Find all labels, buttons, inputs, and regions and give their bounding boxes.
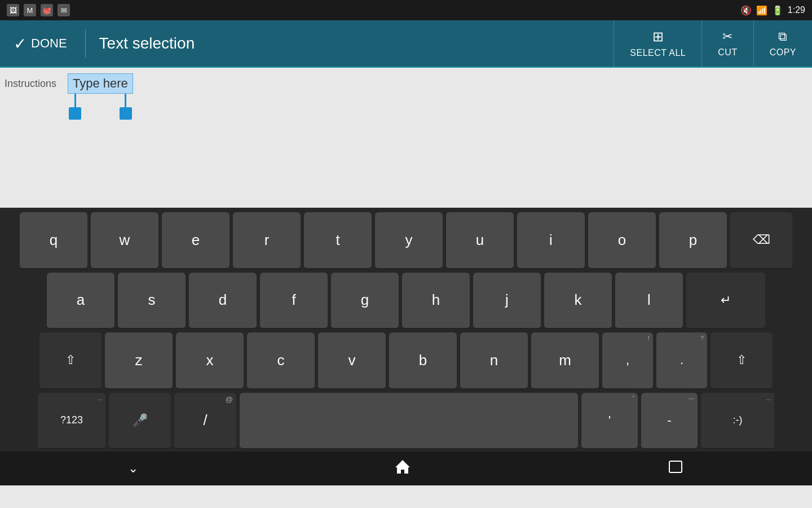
handle-right — [120, 94, 132, 120]
at-sub: @ — [226, 395, 233, 404]
handle-left-square — [69, 107, 81, 120]
gmail-icon: M — [24, 4, 36, 16]
key-o[interactable]: o — [588, 212, 656, 269]
svg-rect-1 — [669, 461, 682, 472]
comma-key[interactable]: , ! — [602, 332, 653, 389]
select-all-label: SELECT ALL — [630, 48, 686, 58]
keyboard-row-4: ?123 ... 🎤 / @ ' " - — :-) ... — [2, 393, 810, 450]
shift-right-key[interactable]: ⇧ — [710, 332, 773, 389]
key-y[interactable]: y — [375, 212, 443, 269]
key-d[interactable]: d — [189, 273, 257, 330]
content-area: Instructions Type here — [0, 68, 812, 208]
inbox-icon: ✉ — [58, 4, 70, 16]
key-i[interactable]: i — [517, 212, 585, 269]
key-p[interactable]: p — [659, 212, 727, 269]
key-a[interactable]: a — [47, 273, 114, 330]
period-key[interactable]: . ? — [656, 332, 707, 389]
keyboard: q w e r t y u i o p ⌫ a s d f g h j k l … — [0, 208, 812, 452]
copy-label: COPY — [770, 47, 796, 58]
cut-icon: ✂ — [722, 29, 732, 44]
home-button[interactable] — [377, 453, 428, 485]
key-s[interactable]: s — [118, 273, 186, 330]
key-n[interactable]: n — [460, 332, 528, 389]
keyboard-row-2: a s d f g h j k l ↵ — [2, 273, 810, 330]
handle-right-line — [125, 94, 126, 107]
copy-button[interactable]: ⧉ COPY — [753, 20, 812, 67]
shift-left-key[interactable]: ⇧ — [39, 332, 102, 389]
toolbar-actions: ⊞ SELECT ALL ✂ CUT ⧉ COPY — [614, 20, 812, 67]
cut-button[interactable]: ✂ CUT — [701, 20, 753, 67]
dash-key[interactable]: - — — [641, 393, 698, 450]
toolbar-title: Text selection — [90, 34, 614, 52]
question-sub: ? — [700, 335, 704, 341]
key-t[interactable]: t — [304, 212, 372, 269]
battery-icon: 🔋 — [772, 5, 783, 16]
mute-icon: 🔇 — [740, 5, 752, 16]
status-icons-right: 🔇 📶 🔋 1:29 — [740, 5, 805, 16]
photo-icon: 🖼 — [7, 4, 19, 16]
toolbar-divider — [85, 29, 86, 58]
key-z[interactable]: z — [105, 332, 173, 389]
emoji-key[interactable]: :-) ... — [701, 393, 774, 450]
backspace-key[interactable]: ⌫ — [730, 212, 792, 269]
key-b[interactable]: b — [389, 332, 457, 389]
status-bar: 🖼 M 🐙 ✉ 🔇 📶 🔋 1:29 — [0, 0, 812, 20]
cut-label: CUT — [718, 47, 737, 58]
handle-left — [69, 94, 81, 120]
toolbar: ✓ DONE Text selection ⊞ SELECT ALL ✂ CUT… — [0, 20, 812, 68]
text-field-container[interactable]: Type here — [68, 73, 133, 120]
wifi-icon: 📶 — [756, 5, 767, 16]
fn-key[interactable]: ?123 ... — [38, 393, 105, 450]
done-label: DONE — [31, 36, 67, 51]
key-e[interactable]: e — [162, 212, 230, 269]
status-icons-left: 🖼 M 🐙 ✉ — [7, 4, 70, 16]
handle-left-line — [74, 94, 76, 107]
handle-right-square — [120, 107, 132, 120]
selection-handles — [68, 94, 133, 120]
done-button[interactable]: ✓ DONE — [0, 20, 81, 67]
time-display: 1:29 — [788, 5, 805, 15]
key-h[interactable]: h — [402, 273, 470, 330]
recent-apps-button[interactable] — [650, 454, 701, 483]
select-all-icon: ⊞ — [652, 29, 664, 45]
key-u[interactable]: u — [446, 212, 514, 269]
key-k[interactable]: k — [544, 273, 612, 330]
select-all-button[interactable]: ⊞ SELECT ALL — [614, 20, 701, 67]
octocat-icon: 🐙 — [41, 4, 53, 16]
instructions-label: Instructions — [5, 78, 56, 90]
emoji-dots-sub: ... — [766, 395, 771, 401]
apostrophe-key[interactable]: ' " — [581, 393, 638, 450]
key-q[interactable]: q — [20, 212, 87, 269]
nav-bar: ⌄ — [0, 452, 812, 485]
enter-key[interactable]: ↵ — [686, 273, 765, 330]
mic-key[interactable]: 🎤 — [109, 393, 171, 450]
keyboard-row-1: q w e r t y u i o p ⌫ — [2, 212, 810, 269]
dquote-sub: " — [632, 395, 634, 401]
selected-text[interactable]: Type here — [68, 73, 133, 94]
key-x[interactable]: x — [176, 332, 244, 389]
key-l[interactable]: l — [615, 273, 683, 330]
spacebar-key[interactable] — [240, 393, 578, 450]
dash-line-sub: — — [689, 395, 694, 401]
slash-key[interactable]: / @ — [174, 393, 236, 450]
key-v[interactable]: v — [318, 332, 386, 389]
key-f[interactable]: f — [260, 273, 328, 330]
key-m[interactable]: m — [531, 332, 599, 389]
keyboard-row-3: ⇧ z x c v b n m , ! . ? ⇧ — [2, 332, 810, 389]
svg-marker-0 — [395, 460, 410, 474]
key-r[interactable]: r — [233, 212, 301, 269]
exclaim-sub: ! — [648, 335, 650, 341]
check-icon: ✓ — [14, 34, 27, 53]
ellipsis-sub: ... — [98, 395, 102, 401]
back-button[interactable]: ⌄ — [111, 456, 155, 481]
key-g[interactable]: g — [331, 273, 399, 330]
key-c[interactable]: c — [247, 332, 315, 389]
key-w[interactable]: w — [91, 212, 158, 269]
copy-icon: ⧉ — [778, 29, 787, 44]
key-j[interactable]: j — [473, 273, 541, 330]
